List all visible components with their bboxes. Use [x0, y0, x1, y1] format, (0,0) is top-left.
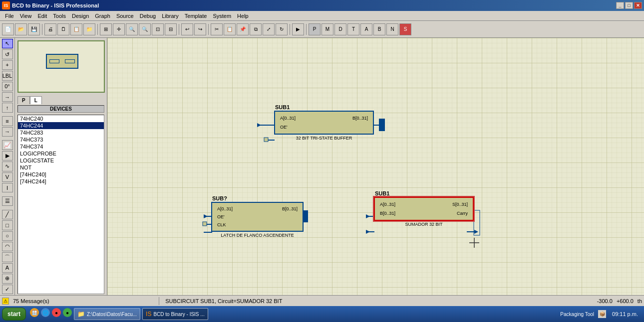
generator-tool[interactable]: ∿	[2, 161, 13, 171]
menu-template[interactable]: Template	[182, 12, 210, 20]
menu-design[interactable]: Design	[69, 12, 92, 20]
2d-line-tool[interactable]: ╱	[2, 210, 13, 219]
device-item[interactable]: 74HC374	[18, 143, 104, 150]
toolbar: 📄 📂 💾 🖨 🗒 📋 📁 ⊞ ✛ 🔍 🔍 ⊡ ⊟ ↩ ↪ ✂ 📋 📌 ⧉ ⤢ …	[0, 21, 644, 38]
device-item[interactable]: 74HC283	[18, 129, 104, 136]
sep3	[179, 24, 179, 35]
taskbar-app-isis[interactable]: IS BCD to Binary - ISIS ...	[142, 308, 208, 320]
new-button[interactable]: 📄	[2, 23, 14, 35]
redo-button[interactable]: ↪	[194, 23, 206, 35]
netlist-button[interactable]: N	[386, 23, 398, 35]
subcircuit-tool[interactable]: ↑	[2, 103, 13, 112]
minimize-button[interactable]: _	[616, 2, 624, 9]
sep2	[97, 24, 98, 35]
2d-box-tool[interactable]: □	[2, 220, 13, 230]
symbol-tool[interactable]: ⊕	[2, 274, 13, 283]
wire-label-tool[interactable]: LBL	[2, 71, 13, 80]
annotate-button[interactable]: A	[360, 23, 372, 35]
origin-button[interactable]: ✛	[113, 23, 125, 35]
tools2-button[interactable]: T	[347, 23, 359, 35]
block-rotate-button[interactable]: ↻	[276, 23, 288, 35]
tab-p[interactable]: P	[17, 96, 30, 104]
export-button[interactable]: 📋	[70, 23, 82, 35]
select-tool[interactable]: ↖	[2, 39, 13, 48]
menu-file[interactable]: File	[2, 12, 17, 20]
zoom-area-button[interactable]: ⊟	[165, 23, 177, 35]
menu-view[interactable]: View	[17, 12, 35, 20]
2d-circle-tool[interactable]: ○	[2, 231, 13, 241]
block-move-button[interactable]: ⤢	[263, 23, 275, 35]
clock: 09:11 p.m.	[608, 310, 642, 318]
sumador-component[interactable]: SUB1 A[0..31] S[0..31] B[0..31] Carry SU…	[374, 190, 474, 227]
preview-component	[46, 54, 78, 69]
main-area: ↖ ↺ + LBL 0° → ↑ ≡ → 📈 ▶ ∿ V I ☰ ╱ □ ○ ◠…	[0, 38, 644, 295]
copy-button[interactable]: 📋	[224, 23, 236, 35]
save-button[interactable]: 💾	[28, 23, 40, 35]
junction-tool[interactable]: +	[2, 60, 13, 70]
device-item[interactable]: 74HC240	[18, 115, 104, 122]
menu-source[interactable]: Source	[113, 12, 137, 20]
start-button[interactable]: start	[2, 308, 26, 321]
menu-debug[interactable]: Debug	[137, 12, 159, 20]
device-pin-tool[interactable]: →	[2, 127, 13, 137]
print-button[interactable]: 🖨	[44, 23, 56, 35]
design-button[interactable]: D	[334, 23, 346, 35]
2d-arc-tool[interactable]: ◠	[2, 242, 13, 251]
device-item[interactable]: LOGICPROBE	[18, 150, 104, 157]
maximize-button[interactable]: □	[625, 2, 633, 9]
device-item[interactable]: [74HC240]	[18, 171, 104, 178]
graph-tool[interactable]: 📈	[2, 140, 13, 150]
menu-system[interactable]: System	[210, 12, 234, 20]
device-list[interactable]: 74HC240 74HC244 74HC283 74HC373 74HC374 …	[17, 115, 104, 294]
canvas-area[interactable]: SUB1 A[0..31] B[0..31] OE'	[107, 38, 644, 295]
device-item[interactable]: 74HC244	[18, 122, 104, 129]
svg-rect-12	[203, 222, 207, 226]
terminal-tool[interactable]: ≡	[2, 116, 13, 126]
zoom-in-button[interactable]: 🔍	[126, 23, 138, 35]
tape-tool[interactable]: ▶	[2, 151, 13, 161]
text-tool[interactable]: 0°	[2, 82, 13, 91]
taskbar-icon-2: 🌐	[41, 308, 50, 317]
2d-text-tool[interactable]: A	[2, 263, 13, 273]
bus-tool[interactable]: →	[2, 92, 13, 102]
menu-edit[interactable]: Edit	[34, 12, 50, 20]
virtual-instrument-tool[interactable]: ☰	[2, 196, 13, 206]
menu-tools[interactable]: Tools	[50, 12, 69, 20]
paste-button[interactable]: 📌	[237, 23, 249, 35]
voltage-probe-tool[interactable]: V	[2, 172, 13, 182]
tab-l[interactable]: L	[30, 96, 42, 104]
device-item[interactable]: [74HC244]	[18, 178, 104, 185]
block-copy-button[interactable]: ⧉	[250, 23, 262, 35]
menu-graph[interactable]: Graph	[92, 12, 113, 20]
menu-library[interactable]: Library	[159, 12, 182, 20]
zoom-all-button[interactable]: ⊡	[152, 23, 164, 35]
bom-button[interactable]: B	[373, 23, 385, 35]
undo-button[interactable]: ↩	[181, 23, 193, 35]
titlebar-buttons[interactable]: _ □ ✕	[616, 2, 642, 9]
menu-help[interactable]: Help	[234, 12, 252, 20]
component-tool[interactable]: ↺	[2, 49, 13, 59]
marker-tool[interactable]: ✓	[2, 285, 13, 294]
grid-button[interactable]: ⊞	[100, 23, 112, 35]
taskbar-app-explorer[interactable]: 📁 Z:\Datos\Datos\Facu...	[74, 308, 140, 320]
current-probe-tool[interactable]: I	[2, 183, 13, 192]
zoom-out-button[interactable]: 🔍	[139, 23, 151, 35]
open-button[interactable]: 📂	[15, 23, 27, 35]
print-preview-button[interactable]: 🗒	[57, 23, 69, 35]
2d-path-tool[interactable]: ⌒	[2, 252, 13, 262]
pin-oe: OE'	[280, 125, 288, 130]
cut-button[interactable]: ✂	[211, 23, 223, 35]
sim2-button[interactable]: S	[399, 23, 411, 35]
device-item[interactable]: NOT	[18, 164, 104, 171]
tristate-component[interactable]: SUB1 A[0..31] B[0..31] OE'	[274, 104, 374, 141]
device-item[interactable]: LOGICSTATE	[18, 157, 104, 164]
device-item[interactable]: 74HC373	[18, 136, 104, 143]
sim-button[interactable]: ▶	[292, 23, 304, 35]
import-button[interactable]: 📁	[83, 23, 95, 35]
tristate-label: 32 BIT TRI-STATE BUFFER	[274, 136, 374, 141]
pick-button[interactable]: P	[309, 23, 321, 35]
latch-component[interactable]: SUB? A[0..31] B[0..31] OE' CLK LATCH DE …	[211, 195, 304, 238]
close-button[interactable]: ✕	[634, 2, 642, 9]
make-button[interactable]: M	[322, 23, 333, 35]
sep1	[42, 24, 42, 35]
